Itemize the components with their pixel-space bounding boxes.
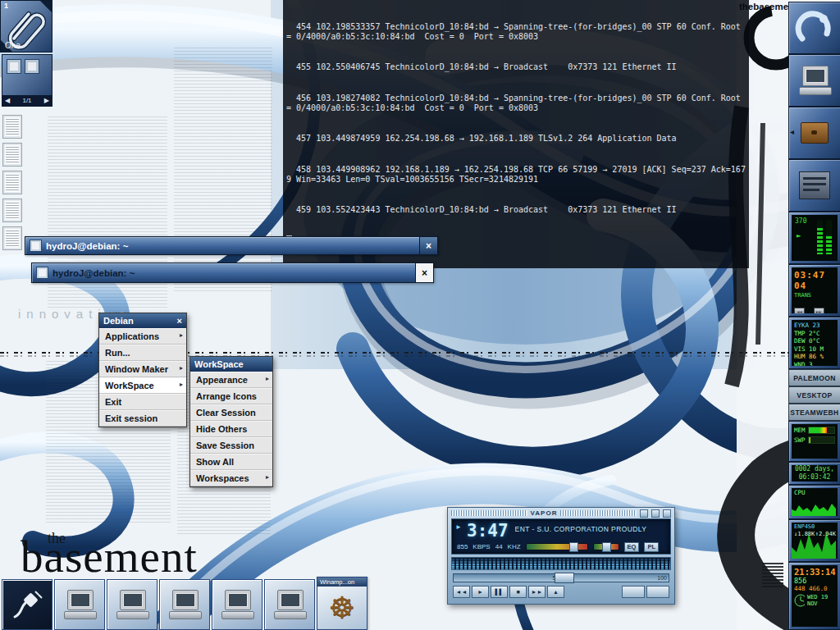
miniwindow-network-tool[interactable] <box>2 579 52 630</box>
menu-item-arrange-icons[interactable]: Arrange Icons <box>190 388 272 404</box>
seek-knob[interactable] <box>555 573 574 583</box>
menu-item-window-maker[interactable]: Window Maker▸ <box>99 361 186 377</box>
playlist-button[interactable]: PL <box>644 542 659 552</box>
menu-item-exit[interactable]: Exit <box>99 394 186 410</box>
menu-item-label: Appearance <box>196 375 248 385</box>
workspace-pager[interactable]: ◀ 1/1 ▶ <box>2 54 52 107</box>
miniwindow-winamp[interactable]: Winamp...on ☸ <box>317 577 368 630</box>
miniwindow-terminal[interactable] <box>107 579 158 630</box>
shade-button[interactable] <box>651 509 660 518</box>
wallpaper-text-column <box>174 48 272 294</box>
mixer-play-icon[interactable]: ► <box>797 231 801 240</box>
submenu-workspace: WorkSpace Appearance▸ Arrange Icons Clea… <box>189 356 273 487</box>
pager-next-button[interactable]: ▶ <box>44 97 49 104</box>
menu-item-hide-others[interactable]: Hide Others <box>190 421 272 437</box>
dock-tile-machine[interactable] <box>788 159 840 212</box>
drawer-retract-arrow-icon[interactable]: ◂ <box>790 127 794 136</box>
play-status-icon: ► <box>452 519 463 541</box>
dock-tile-mixer[interactable]: 370 ► <box>788 212 840 264</box>
pager-prev-button[interactable]: ◀ <box>5 97 10 104</box>
shaded-window-terminal-2[interactable]: hydroJ@debian: ~ × <box>31 262 434 283</box>
menu-item-clear-session[interactable]: Clear Session <box>190 404 272 421</box>
weather-humidity: HUM 86 % <box>792 353 838 361</box>
dock-tile-windowmaker[interactable] <box>788 2 840 54</box>
stop-button[interactable]: ■ <box>509 586 527 598</box>
shuffle-button[interactable] <box>622 586 645 598</box>
dock-button-steamwebhelper[interactable]: STEAMWEBH <box>788 404 840 421</box>
dock-tile-weather[interactable]: EYKA 23 TMP 2°C DEW 0°C VIS 10 M HUM 86 … <box>788 317 840 369</box>
play-button[interactable]: ► <box>472 586 489 598</box>
menu-item-save-session[interactable]: Save Session <box>190 437 272 454</box>
dock-button-vesktop[interactable]: VESKTOP <box>788 386 840 404</box>
repeat-button[interactable] <box>646 586 669 598</box>
menu-item-run[interactable]: Run... <box>99 345 186 361</box>
close-button[interactable]: × <box>415 263 433 282</box>
menu-item-label: WorkSpace <box>105 381 154 390</box>
dock-tile-network-monitor[interactable]: ENP4S0 ↓1.88K ↑2.94K <box>788 519 840 562</box>
terminal-window[interactable]: 454 102.198533357 TechnicolorD_10:84:bd … <box>283 0 749 268</box>
terminal-line: 458 103.449908962 192.168.1.189 → 162.25… <box>286 165 746 185</box>
miniwindow-terminal[interactable] <box>54 579 105 630</box>
balance-knob[interactable] <box>602 542 611 552</box>
wallpaper-barcode <box>762 563 783 589</box>
mini-app-icon[interactable] <box>25 59 39 74</box>
rewind-button[interactable]: ◄◄ <box>794 308 805 314</box>
menu-item-applications[interactable]: Applications▸ <box>99 328 186 345</box>
uptime-days: 0002 days, <box>792 465 838 473</box>
dock-tile-uptime[interactable]: 0002 days, 06:03:42 <box>788 462 840 485</box>
next-button[interactable]: ►► <box>528 586 546 598</box>
volume-slider[interactable] <box>526 543 588 550</box>
weather-dew: DEW 0°C <box>792 337 838 345</box>
balance-slider[interactable] <box>593 543 619 550</box>
menu-titlebar[interactable]: WorkSpace <box>190 357 272 372</box>
shaded-window-terminal-1[interactable]: hydroJ@debian: ~ × <box>25 236 438 255</box>
minimize-button[interactable] <box>640 509 648 518</box>
dock-tile-drawer[interactable]: ◂ <box>788 107 840 159</box>
mem-usage-bar <box>808 427 835 434</box>
pause-button[interactable]: ▌▌ <box>491 586 508 598</box>
forward-button[interactable]: ►► <box>814 308 824 314</box>
close-button[interactable] <box>663 509 671 518</box>
menu-item-appearance[interactable]: Appearance▸ <box>190 372 272 388</box>
window-title: hydroJ@debian: ~ <box>52 268 135 278</box>
winamp-player[interactable]: VAPOR ► 3:47 ENT - S.U. CORPORATION PROU… <box>447 507 675 605</box>
menu-item-label: Exit <box>105 397 121 407</box>
winamp-titlebar[interactable]: VAPOR <box>448 508 674 518</box>
miniwindow-terminal[interactable] <box>264 579 315 630</box>
dock-tile-clock-transport[interactable]: 03:47 04 TRANS ◄◄ ►► ▌▌ ► <box>788 264 840 317</box>
mini-app-icon[interactable] <box>7 59 21 74</box>
weather-visibility: VIS 10 M <box>792 345 838 354</box>
dock-tile-clock-cluster[interactable]: 21:33:14 856 448 466.0 WED 19 NOV <box>788 562 840 630</box>
dock-tile-cpu-monitor[interactable]: CPU <box>788 485 840 519</box>
eject-button[interactable]: ▲ <box>547 586 564 598</box>
dock-button-palemoon[interactable]: PALEMOON <box>788 369 840 386</box>
menu-item-label: Applications <box>105 331 159 341</box>
mixer-level-meter[interactable] <box>826 220 832 254</box>
equalizer-button[interactable]: EQ <box>624 542 640 552</box>
miniwindow-terminal[interactable] <box>212 579 262 630</box>
workspace-clip[interactable]: 1 One <box>0 0 52 52</box>
close-button[interactable]: × <box>419 237 437 254</box>
wallpaper-basement-text: basement <box>21 534 198 580</box>
previous-button[interactable]: ◄◄ <box>453 586 470 598</box>
submenu-arrow-icon: ▸ <box>180 381 183 388</box>
analog-clock-icon <box>794 594 805 607</box>
menu-item-show-all[interactable]: Show All <box>190 454 272 470</box>
terminal-line: 459 103.552423443 TechnicolorD_10:84:bd … <box>286 205 746 215</box>
close-icon[interactable]: × <box>177 316 182 326</box>
bitrate-unit: KBPS <box>472 543 490 550</box>
menu-item-workspaces[interactable]: Workspaces▸ <box>190 470 272 486</box>
menu-item-exit-session[interactable]: Exit session <box>99 410 186 427</box>
volume-knob[interactable] <box>569 542 578 552</box>
dock-tile-terminal[interactable] <box>788 54 840 107</box>
pager-page-label: 1/1 <box>22 97 31 104</box>
wallpaper-page-thumbnail <box>2 226 22 250</box>
winamp-display: ► 3:47 ENT - S.U. CORPORATION PROUDLY 85… <box>451 518 671 555</box>
dock-tile-memory-monitor[interactable]: MEM SWP <box>788 421 840 462</box>
miniwindow-terminal[interactable] <box>159 579 210 630</box>
seek-slider[interactable]: 50 100 <box>453 573 669 582</box>
terminal-line: 455 102.550406745 TechnicolorD_10:84:bd … <box>286 62 746 72</box>
menu-item-workspace[interactable]: WorkSpace▸ <box>99 377 186 394</box>
menu-titlebar[interactable]: Debian × <box>99 313 186 328</box>
mixer-level-meter[interactable] <box>817 220 823 254</box>
